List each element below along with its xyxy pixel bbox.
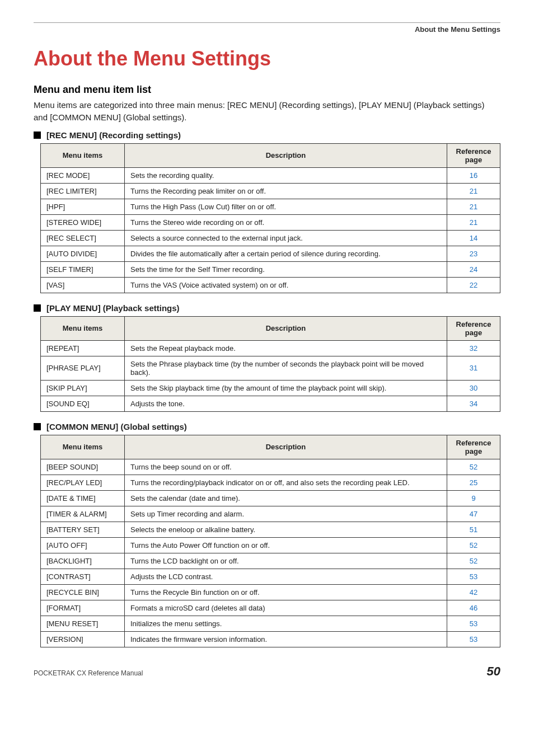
table-row: [VERSION]Indicates the firmware version … — [41, 631, 500, 647]
reference-page-link[interactable]: 52 — [470, 557, 477, 565]
table-row: [MENU RESET]Initializes the menu setting… — [41, 616, 500, 631]
menu-item-cell: [REPEAT] — [41, 340, 125, 356]
footer-page-number: 50 — [487, 664, 500, 679]
reference-page-cell: 52 — [447, 459, 500, 475]
reference-page-link[interactable]: 32 — [470, 344, 477, 353]
menu-item-cell: [TIMER & ALARM] — [41, 506, 125, 522]
description-cell: Turns the Recycle Bin function on or off… — [125, 584, 447, 600]
description-cell: Sets up Timer recording and alarm. — [125, 506, 447, 522]
description-cell: Divides the file automatically after a c… — [125, 246, 447, 261]
table-row: [SOUND EQ]Adjusts the tone.34 — [41, 396, 500, 411]
footer-product: POCKETRAK CX Reference Manual — [34, 669, 143, 677]
menu-item-cell: [VERSION] — [41, 631, 125, 647]
reference-page-cell: 53 — [447, 569, 500, 584]
header-rule — [34, 22, 500, 23]
reference-page-link[interactable]: 30 — [470, 384, 477, 392]
reference-page-link[interactable]: 34 — [470, 400, 477, 408]
menu-item-cell: [BACKLIGHT] — [41, 553, 125, 569]
description-cell: Adjusts the LCD contrast. — [125, 569, 447, 584]
col-header-items: Menu items — [41, 143, 125, 167]
description-cell: Turns the High Pass (Low Cut) filter on … — [125, 199, 447, 214]
reference-page-link[interactable]: 42 — [470, 588, 477, 597]
table-row: [BACKLIGHT]Turns the LCD backlight on or… — [41, 553, 500, 569]
square-bullet-icon — [34, 132, 41, 139]
reference-page-link[interactable]: 25 — [470, 478, 477, 487]
col-header-desc: Description — [125, 316, 447, 340]
menu-item-cell: [HPF] — [41, 199, 125, 214]
col-header-items: Menu items — [41, 435, 125, 459]
reference-page-link[interactable]: 51 — [470, 525, 477, 534]
table-header-row: Menu items Description Reference page — [41, 316, 500, 340]
reference-page-link[interactable]: 21 — [470, 187, 477, 195]
table-header-row: Menu items Description Reference page — [41, 143, 500, 167]
table-row: [REC LIMITER]Turns the Recording peak li… — [41, 183, 500, 199]
reference-page-cell: 21 — [447, 199, 500, 214]
reference-page-link[interactable]: 14 — [470, 234, 477, 242]
menu-item-cell: [BEEP SOUND] — [41, 459, 125, 475]
reference-page-link[interactable]: 21 — [470, 203, 477, 211]
description-cell: Sets the recording quality. — [125, 167, 447, 183]
menu-item-cell: [PHRASE PLAY] — [41, 356, 125, 380]
description-cell: Sets the Repeat playback mode. — [125, 340, 447, 356]
description-cell: Sets the Skip playback time (by the amou… — [125, 380, 447, 396]
menu-item-cell: [STEREO WIDE] — [41, 214, 125, 230]
reference-page-link[interactable]: 46 — [470, 604, 477, 612]
reference-page-cell: 24 — [447, 261, 500, 277]
col-header-items: Menu items — [41, 316, 125, 340]
reference-page-cell: 53 — [447, 631, 500, 647]
reference-page-cell: 9 — [447, 490, 500, 506]
description-cell: Sets the calendar (date and time). — [125, 490, 447, 506]
reference-page-cell: 16 — [447, 167, 500, 183]
menu-item-cell: [RECYCLE BIN] — [41, 584, 125, 600]
menu-item-cell: [FORMAT] — [41, 600, 125, 616]
description-cell: Turns the Stereo wide recording on or of… — [125, 214, 447, 230]
reference-page-link[interactable]: 52 — [470, 541, 477, 550]
menu-item-cell: [AUTO OFF] — [41, 537, 125, 553]
description-cell: Turns the beep sound on or off. — [125, 459, 447, 475]
table-rec-menu: Menu items Description Reference page [R… — [40, 143, 500, 293]
reference-page-cell: 42 — [447, 584, 500, 600]
col-header-ref: Reference page — [447, 316, 500, 340]
reference-page-cell: 32 — [447, 340, 500, 356]
table-row: [CONTRAST]Adjusts the LCD contrast.53 — [41, 569, 500, 584]
reference-page-link[interactable]: 52 — [470, 463, 477, 471]
table-row: [REC SELECT]Selects a source connected t… — [41, 230, 500, 246]
reference-page-link[interactable]: 24 — [470, 265, 477, 274]
section-heading: Menu and menu item list — [34, 84, 500, 96]
table-header-row: Menu items Description Reference page — [41, 435, 500, 459]
reference-page-link[interactable]: 53 — [470, 635, 477, 644]
reference-page-link[interactable]: 23 — [470, 250, 477, 258]
reference-page-cell: 47 — [447, 506, 500, 522]
description-cell: Sets the Phrase playback time (by the nu… — [125, 356, 447, 380]
reference-page-link[interactable]: 53 — [470, 619, 477, 628]
subhead-rec-menu: [REC MENU] (Recording settings) — [34, 130, 500, 140]
table-row: [VAS]Turns the VAS (Voice activated syst… — [41, 277, 500, 293]
description-cell: Turns the VAS (Voice activated system) o… — [125, 277, 447, 293]
table-play-menu: Menu items Description Reference page [R… — [40, 316, 500, 412]
description-cell: Sets the time for the Self Timer recordi… — [125, 261, 447, 277]
page-footer: POCKETRAK CX Reference Manual 50 — [34, 664, 500, 679]
reference-page-link[interactable]: 31 — [470, 364, 477, 372]
table-row: [FORMAT]Formats a microSD card (deletes … — [41, 600, 500, 616]
reference-page-link[interactable]: 16 — [470, 171, 477, 180]
description-cell: Indicates the firmware version informati… — [125, 631, 447, 647]
table-row: [HPF]Turns the High Pass (Low Cut) filte… — [41, 199, 500, 214]
table-row: [REPEAT]Sets the Repeat playback mode.32 — [41, 340, 500, 356]
menu-item-cell: [BATTERY SET] — [41, 522, 125, 537]
reference-page-link[interactable]: 9 — [471, 494, 475, 503]
reference-page-link[interactable]: 21 — [470, 218, 477, 227]
reference-page-cell: 30 — [447, 380, 500, 396]
reference-page-cell: 46 — [447, 600, 500, 616]
reference-page-cell: 31 — [447, 356, 500, 380]
reference-page-link[interactable]: 53 — [470, 572, 477, 581]
reference-page-cell: 23 — [447, 246, 500, 261]
menu-item-cell: [REC LIMITER] — [41, 183, 125, 199]
description-cell: Turns the recording/playback indicator o… — [125, 475, 447, 490]
table-row: [BEEP SOUND]Turns the beep sound on or o… — [41, 459, 500, 475]
menu-item-cell: [REC SELECT] — [41, 230, 125, 246]
reference-page-link[interactable]: 47 — [470, 510, 477, 518]
table-row: [AUTO DIVIDE]Divides the file automatica… — [41, 246, 500, 261]
reference-page-link[interactable]: 22 — [470, 281, 477, 289]
header-runner: About the Menu Settings — [34, 25, 500, 34]
table-common-menu: Menu items Description Reference page [B… — [40, 435, 500, 647]
